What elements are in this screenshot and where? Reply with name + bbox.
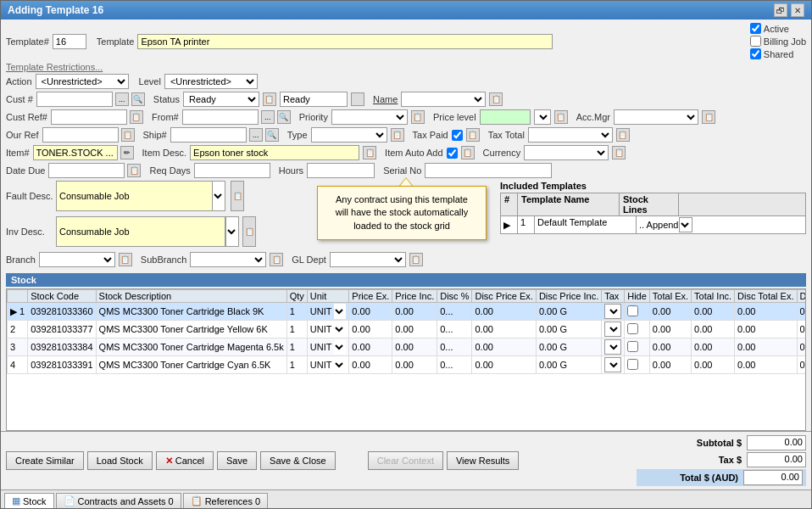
tax-select[interactable]: G (604, 322, 621, 337)
item-desc-input[interactable] (190, 145, 359, 160)
template-name-input[interactable] (137, 34, 553, 49)
tax-paid-edit-btn[interactable]: 📋 (466, 128, 480, 142)
price-level-icon-btn[interactable]: 📋 (554, 110, 568, 124)
table-row[interactable]: 4 039281033391 QMS MC3300 Toner Cartridg… (8, 356, 807, 374)
create-similar-button[interactable]: Create Similar (6, 451, 84, 470)
status-select[interactable]: Ready (183, 92, 259, 107)
billing-job-checkbox[interactable] (750, 36, 761, 47)
tax-total-icon-btn[interactable]: 📋 (616, 128, 630, 142)
row-disc-price-inc: 0.00 G (536, 338, 601, 356)
from-dots-btn[interactable]: ... (261, 110, 275, 124)
type-select[interactable] (311, 127, 387, 143)
tax-select[interactable]: G (604, 339, 621, 355)
ship-icon-btn[interactable]: 🔍 (265, 128, 279, 142)
restrictions-row: Template Restrictions... (6, 62, 806, 72)
our-ref-input[interactable] (42, 127, 119, 143)
cust-hash-input[interactable] (36, 92, 113, 107)
our-ref-icon-btn[interactable]: 📋 (121, 128, 135, 142)
ship-hash-input[interactable] (170, 127, 247, 143)
branch-icon-btn[interactable]: 📋 (119, 253, 132, 266)
inc-row-stock-select[interactable] (679, 217, 692, 232)
from-icon-btn[interactable]: 🔍 (277, 110, 291, 124)
tax-select[interactable]: G (604, 304, 621, 319)
from-hash-input[interactable] (182, 109, 259, 125)
close-button[interactable]: ✕ (791, 3, 804, 17)
col-price-ex: Price Ex. (349, 290, 392, 303)
status-icon-btn[interactable]: 📋 (263, 92, 276, 106)
tab-stock[interactable]: ▦ Stock (4, 493, 54, 508)
tax-total-select[interactable] (528, 127, 613, 143)
serial-no-input[interactable] (425, 163, 552, 178)
tax-select[interactable]: G (604, 357, 621, 372)
hide-checkbox[interactable] (627, 341, 638, 352)
hide-checkbox[interactable] (627, 359, 638, 370)
item-hash-input[interactable] (33, 145, 118, 160)
item-auto-add-edit-btn[interactable]: 📋 (461, 146, 475, 159)
currency-select[interactable] (524, 145, 609, 160)
cust-ref-input[interactable] (51, 109, 127, 125)
level-select[interactable]: <Unrestricted> (164, 74, 258, 89)
gl-dept-icon-btn[interactable]: 📋 (409, 253, 423, 266)
fault-desc-edit-btn[interactable]: 📋 (231, 181, 244, 211)
acc-mgr-icon-btn[interactable]: 📋 (702, 110, 715, 124)
price-level-input[interactable] (480, 109, 531, 125)
item-auto-add-checkbox[interactable] (447, 148, 458, 159)
priority-icon-btn[interactable]: 📋 (411, 110, 425, 124)
item-desc-icon-btn[interactable]: 📋 (363, 146, 376, 159)
gl-dept-select[interactable] (330, 252, 406, 267)
unit-select[interactable] (334, 357, 346, 372)
acc-mgr-select[interactable] (614, 109, 698, 125)
cust-hash-icon-btn[interactable]: 🔍 (131, 92, 145, 106)
unit-select[interactable] (334, 339, 346, 355)
branch-select[interactable] (39, 252, 115, 267)
currency-icon-btn[interactable]: 📋 (612, 146, 626, 159)
status-edit-btn[interactable] (351, 92, 364, 106)
view-results-button[interactable]: View Results (447, 451, 519, 470)
save-button[interactable]: Save (217, 451, 257, 470)
inv-desc-edit-btn[interactable]: 📋 (242, 216, 256, 247)
stock-table: Stock Code Stock Description Qty Unit Pr… (7, 289, 806, 374)
unit-select[interactable] (334, 304, 346, 319)
hide-checkbox[interactable] (627, 323, 638, 334)
cust-ref-label: Cust Ref# (6, 112, 47, 122)
item-hash-edit-btn[interactable]: ✏ (120, 146, 134, 159)
ship-dots-btn[interactable]: ... (249, 128, 263, 142)
date-due-icon-btn[interactable]: 📋 (127, 164, 141, 177)
type-icon-btn[interactable]: 📋 (391, 128, 404, 142)
subbranch-select[interactable] (190, 252, 266, 267)
shared-checkbox[interactable] (750, 48, 761, 59)
table-row[interactable]: 3 039281033384 QMS MC3300 Toner Cartridg… (8, 338, 807, 356)
subbranch-icon-btn[interactable]: 📋 (270, 253, 283, 266)
fault-desc-input[interactable] (56, 181, 225, 211)
active-checkbox[interactable] (750, 23, 761, 34)
name-icon-btn[interactable]: 📋 (489, 92, 503, 106)
stock-table-wrap[interactable]: Stock Code Stock Description Qty Unit Pr… (6, 288, 806, 431)
table-row[interactable]: ▶ 1 039281033360 QMS MC3300 Toner Cartri… (8, 303, 807, 321)
cancel-button[interactable]: ✕ Cancel (156, 451, 214, 470)
fault-desc-select[interactable] (212, 181, 225, 211)
action-select[interactable]: <Unrestricted> (36, 74, 129, 89)
cust-hash-dots-btn[interactable]: ... (115, 92, 129, 106)
date-due-input[interactable] (48, 163, 125, 178)
hide-checkbox[interactable] (627, 305, 638, 316)
tax-paid-checkbox[interactable] (452, 130, 463, 141)
tab-contracts[interactable]: 📄 Contracts and Assets 0 (56, 493, 181, 508)
inv-desc-input[interactable] (56, 216, 225, 247)
req-days-input[interactable] (194, 163, 270, 178)
row-tax: G (602, 356, 625, 374)
cust-ref-icon-btn[interactable]: 📋 (130, 110, 143, 124)
save-close-button[interactable]: Save & Close (260, 451, 336, 470)
name-select[interactable] (401, 92, 486, 107)
hours-input[interactable] (307, 163, 375, 178)
price-level-select[interactable] (534, 109, 551, 125)
restore-button[interactable]: 🗗 (774, 3, 787, 17)
template-hash-input[interactable] (53, 34, 86, 49)
clear-context-button[interactable]: Clear Context (368, 451, 443, 470)
unit-select[interactable] (334, 322, 346, 337)
table-row[interactable]: 2 039281033377 QMS MC3300 Toner Cartridg… (8, 321, 807, 338)
priority-select[interactable] (331, 109, 408, 125)
load-stock-button[interactable]: Load Stock (87, 451, 153, 470)
inv-desc-select[interactable] (225, 216, 239, 247)
tab-references[interactable]: 📋 References 0 (183, 493, 268, 508)
status-value-input[interactable] (280, 92, 348, 107)
